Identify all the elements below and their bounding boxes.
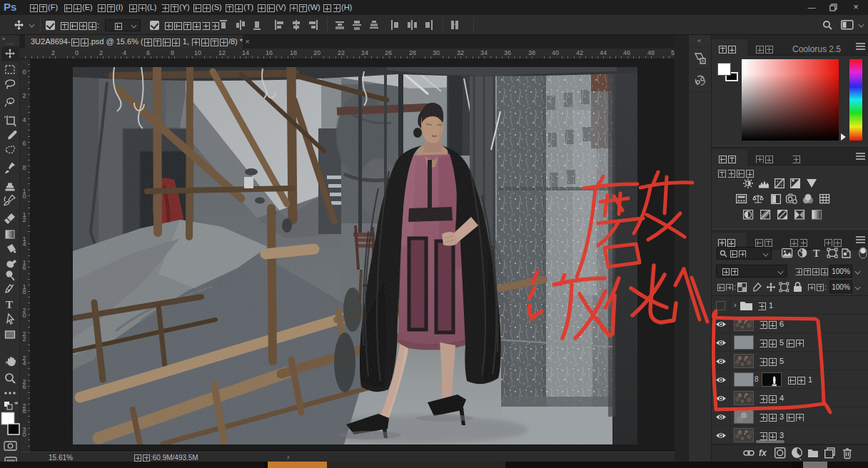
svg-text:T: T xyxy=(6,299,13,310)
svg-text:T: T xyxy=(813,248,820,259)
svg-text:fx: fx xyxy=(759,448,767,458)
svg-text:»: » xyxy=(2,36,6,42)
